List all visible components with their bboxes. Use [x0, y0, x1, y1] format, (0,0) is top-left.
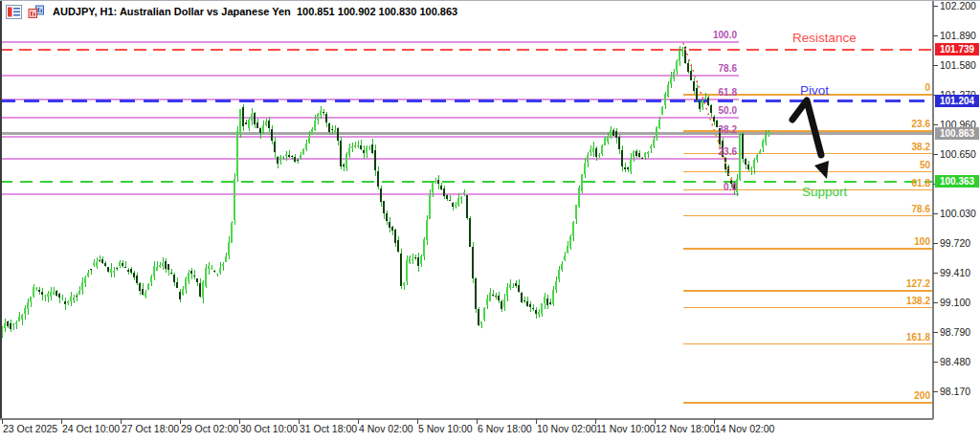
- support-price-badge: 100.363: [935, 175, 979, 188]
- resistance-price-badge: 101.739: [935, 43, 979, 55]
- current-price-badge: 100.863: [935, 127, 979, 140]
- pivot-label[interactable]: Pivot: [800, 83, 829, 98]
- chart-window-icon[interactable]: [28, 5, 44, 19]
- chart-header: AUDJPY, H1: Australian Dollar vs Japanes…: [6, 4, 457, 19]
- pivot-price-badge: 101.204: [935, 95, 979, 107]
- trend-arrow[interactable]: [792, 100, 829, 179]
- support-label[interactable]: Support: [802, 185, 847, 199]
- price-chart-canvas[interactable]: [0, 1, 980, 442]
- candlestick-series: [1, 46, 769, 339]
- chart-window: AUDJPY, H1: Australian Dollar vs Japanes…: [0, 0, 980, 442]
- market-watch-icon[interactable]: [6, 5, 22, 19]
- fib-diagonal-line: [683, 43, 710, 119]
- chart-title: AUDJPY, H1: Australian Dollar vs Japanes…: [53, 6, 457, 17]
- resistance-label[interactable]: Resistance: [792, 31, 857, 45]
